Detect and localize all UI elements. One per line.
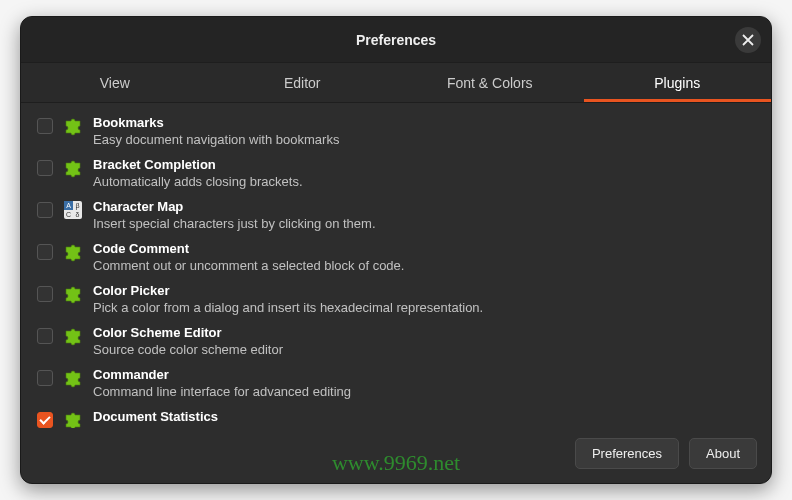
puzzle-icon [63,368,83,388]
plugin-text: Color PickerPick a color from a dialog a… [93,283,755,317]
window-title: Preferences [356,32,436,48]
plugin-row[interactable]: Color PickerPick a color from a dialog a… [21,279,771,321]
tab-view[interactable]: View [21,63,209,102]
close-icon [742,34,754,46]
svg-text:δ: δ [76,211,80,218]
plugin-list: BookmarksEasy document navigation with b… [21,103,771,428]
plugin-name: Commander [93,367,755,384]
svg-text:A: A [66,202,71,209]
svg-text:β: β [75,202,79,210]
plugin-name: Document Statistics [93,409,755,426]
plugin-name: Bookmarks [93,115,755,132]
plugin-checkbox[interactable] [37,328,53,344]
puzzle-icon [63,116,83,136]
plugin-row[interactable]: Color Scheme EditorSource code color sch… [21,321,771,363]
plugin-description: Easy document navigation with bookmarks [93,132,755,149]
plugin-text: Bracket CompletionAutomatically adds clo… [93,157,755,191]
svg-text:C: C [66,211,71,218]
plugin-name: Color Picker [93,283,755,300]
plugin-checkbox[interactable] [37,412,53,428]
plugin-text: Color Scheme EditorSource code color sch… [93,325,755,359]
plugin-checkbox[interactable] [37,160,53,176]
plugin-checkbox[interactable] [37,202,53,218]
plugin-description: Insert special characters just by clicki… [93,216,755,233]
tab-label: Font & Colors [447,75,533,91]
plugin-name: Character Map [93,199,755,216]
plugin-name: Bracket Completion [93,157,755,174]
tab-editor[interactable]: Editor [209,63,397,102]
plugin-description: Pick a color from a dialog and insert it… [93,300,755,317]
plugin-checkbox[interactable] [37,244,53,260]
puzzle-icon [63,410,83,428]
plugin-text: Character MapInsert special characters j… [93,199,755,233]
tab-bar: View Editor Font & Colors Plugins [21,63,771,103]
plugin-preferences-button[interactable]: Preferences [575,438,679,469]
puzzle-icon [63,158,83,178]
plugin-text: Code CommentComment out or uncomment a s… [93,241,755,275]
plugin-description: Command line interface for advanced edit… [93,384,755,401]
plugin-row[interactable]: Code CommentComment out or uncomment a s… [21,237,771,279]
charmap-icon: AβCδ [63,200,83,220]
puzzle-icon [63,326,83,346]
close-button[interactable] [735,27,761,53]
plugin-name: Code Comment [93,241,755,258]
tab-label: View [100,75,130,91]
plugin-row[interactable]: Bracket CompletionAutomatically adds clo… [21,153,771,195]
plugin-checkbox[interactable] [37,118,53,134]
tab-font-colors[interactable]: Font & Colors [396,63,584,102]
plugin-row[interactable]: AβCδCharacter MapInsert special characte… [21,195,771,237]
plugin-name: Color Scheme Editor [93,325,755,342]
plugin-text: CommanderCommand line interface for adva… [93,367,755,401]
plugin-text: BookmarksEasy document navigation with b… [93,115,755,149]
puzzle-icon [63,284,83,304]
plugin-row[interactable]: Document StatisticsReport the number of … [21,405,771,428]
tab-label: Editor [284,75,321,91]
plugin-row[interactable]: CommanderCommand line interface for adva… [21,363,771,405]
plugin-text: Document StatisticsReport the number of … [93,409,755,428]
plugin-checkbox[interactable] [37,370,53,386]
tab-plugins[interactable]: Plugins [584,63,772,102]
dialog-footer: Preferences About [21,428,771,483]
titlebar: Preferences [21,17,771,63]
plugin-checkbox[interactable] [37,286,53,302]
tab-label: Plugins [654,75,700,91]
plugin-description: Automatically adds closing brackets. [93,174,755,191]
plugin-description: Comment out or uncomment a selected bloc… [93,258,755,275]
about-button[interactable]: About [689,438,757,469]
preferences-window: Preferences View Editor Font & Colors Pl… [20,16,772,484]
plugin-row[interactable]: BookmarksEasy document navigation with b… [21,111,771,153]
plugin-description: Source code color scheme editor [93,342,755,359]
puzzle-icon [63,242,83,262]
